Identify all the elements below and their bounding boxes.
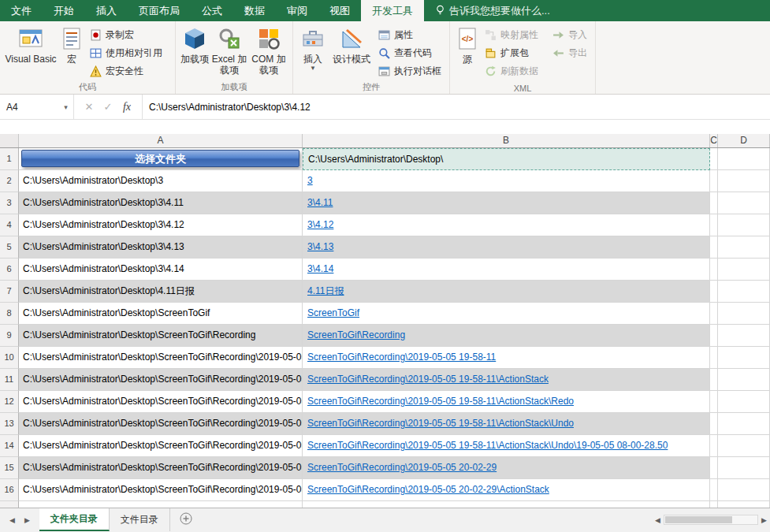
- column-header-d[interactable]: D: [718, 134, 770, 147]
- hyperlink[interactable]: 3\4.11: [307, 197, 333, 208]
- formula-input[interactable]: C:\Users\Administrator\Desktop\3\4.12: [143, 95, 770, 119]
- row-header[interactable]: 14: [0, 435, 19, 457]
- cell-b[interactable]: ScreenToGif\Recording\2019-05-05 19-58-1…: [303, 369, 710, 391]
- excel-addins-button[interactable]: Excel 加载项: [210, 24, 249, 80]
- cell-c[interactable]: [710, 148, 718, 170]
- addins-button[interactable]: 加载项: [180, 24, 210, 80]
- cell-a-active[interactable]: C:\Users\Administrator\Desktop\3\4.12: [19, 214, 303, 236]
- cell-a[interactable]: C:\Users\Administrator\Desktop\3\4.14: [19, 259, 303, 281]
- horizontal-scrollbar[interactable]: ◀ ▶: [652, 508, 770, 531]
- cell-c[interactable]: [710, 214, 718, 236]
- cell-d[interactable]: [718, 413, 770, 435]
- insert-control-button[interactable]: 插入 ▼: [297, 24, 329, 80]
- cell-d[interactable]: [718, 457, 770, 479]
- cell-c[interactable]: [710, 236, 718, 259]
- row-header[interactable]: 16: [0, 479, 19, 501]
- scrollbar-track[interactable]: [664, 515, 758, 525]
- row-header[interactable]: 10: [0, 347, 19, 369]
- cell-a[interactable]: C:\Users\Administrator\Desktop\ScreenToG…: [19, 391, 303, 413]
- cell-d[interactable]: [718, 214, 770, 236]
- column-header-b[interactable]: B: [303, 134, 710, 147]
- properties-button[interactable]: 属性: [374, 26, 445, 44]
- cell-a[interactable]: C:\Users\Administrator\Desktop\ScreenToG…: [19, 347, 303, 369]
- macro-security-button[interactable]: 宏安全性: [86, 62, 171, 80]
- macros-button[interactable]: 宏: [58, 24, 86, 80]
- hyperlink[interactable]: 3: [307, 175, 313, 186]
- tell-me-box[interactable]: 告诉我您想要做什么...: [424, 0, 561, 21]
- sheet-nav-left-icon[interactable]: ◀: [9, 516, 15, 524]
- hyperlink[interactable]: ScreenToGif: [307, 307, 359, 318]
- cell-b[interactable]: ScreenToGif\Recording\2019-05-05 19-58-1…: [303, 391, 710, 413]
- cell-c[interactable]: [710, 479, 718, 501]
- tab-home[interactable]: 开始: [43, 0, 85, 21]
- name-box[interactable]: A4: [0, 95, 58, 119]
- cell-c[interactable]: [710, 457, 718, 479]
- cell-a[interactable]: C:\Users\Administrator\Desktop\3\4.11: [19, 192, 303, 214]
- row-header[interactable]: 8: [0, 303, 19, 325]
- cell-c[interactable]: [710, 170, 718, 192]
- cell-a[interactable]: C:\Users\Administrator\Desktop\ScreenToG…: [19, 435, 303, 457]
- xml-source-button[interactable]: </> 源: [454, 24, 481, 80]
- cell-c[interactable]: [710, 369, 718, 391]
- scroll-left-icon[interactable]: ◀: [655, 516, 660, 524]
- row-header[interactable]: 3: [0, 192, 19, 214]
- cell-d[interactable]: [718, 281, 770, 303]
- cell-c[interactable]: [710, 501, 718, 508]
- cell-d[interactable]: [718, 347, 770, 369]
- hyperlink[interactable]: ScreenToGif\Recording\2019-05-05 19-58-1…: [307, 440, 668, 451]
- cell-b[interactable]: ScreenToGif\Recording\2019-05-05 20-02-2…: [303, 457, 710, 479]
- cell-c[interactable]: [710, 303, 718, 325]
- tab-insert[interactable]: 插入: [85, 0, 128, 21]
- export-button[interactable]: 导出: [549, 44, 591, 62]
- new-sheet-button[interactable]: [170, 508, 202, 531]
- column-header-c[interactable]: C: [710, 134, 718, 147]
- cell-a[interactable]: C:\Users\Administrator\Desktop\ScreenToG…: [19, 413, 303, 435]
- hyperlink[interactable]: ScreenToGif\Recording\2019-05-05 19-58-1…: [307, 396, 574, 407]
- hyperlink[interactable]: ScreenToGif\Recording\2019-05-05 19-58-1…: [307, 374, 549, 385]
- hyperlink[interactable]: 3\4.14: [307, 263, 333, 274]
- cell-d[interactable]: [718, 369, 770, 391]
- cell-c[interactable]: [710, 347, 718, 369]
- cell-d[interactable]: [718, 192, 770, 214]
- tab-formulas[interactable]: 公式: [191, 0, 233, 21]
- cell-c[interactable]: [710, 281, 718, 303]
- cell-b1-selected[interactable]: C:\Users\Administrator\Desktop\: [303, 148, 710, 170]
- scrollbar-thumb[interactable]: [665, 516, 732, 523]
- cell-d[interactable]: [718, 303, 770, 325]
- refresh-data-button[interactable]: 刷新数据: [481, 62, 549, 80]
- cell-d[interactable]: [718, 391, 770, 413]
- cell-a[interactable]: C:\Users\Administrator\Desktop\ScreenToG…: [19, 303, 303, 325]
- cell-d[interactable]: [718, 170, 770, 192]
- hyperlink[interactable]: ScreenToGif\Recording\2019-05-05 20-02-2…: [307, 462, 497, 473]
- cell-b[interactable]: 3\4.11: [303, 192, 710, 214]
- cell-c[interactable]: [710, 259, 718, 281]
- sheet-tab-file-list[interactable]: 文件目录: [110, 508, 170, 531]
- row-header[interactable]: 15: [0, 457, 19, 479]
- cell-d[interactable]: [718, 479, 770, 501]
- cell-b[interactable]: 3\4.13: [303, 236, 710, 259]
- row-header[interactable]: 4: [0, 214, 19, 236]
- cell-a1[interactable]: 选择文件夹: [19, 148, 303, 170]
- cell-c[interactable]: [710, 413, 718, 435]
- row-header[interactable]: 13: [0, 413, 19, 435]
- cell-a[interactable]: C:\Users\Administrator\Desktop\4.11日报: [19, 281, 303, 303]
- tab-file[interactable]: 文件: [0, 0, 43, 21]
- cell-d[interactable]: [718, 325, 770, 347]
- cell-b[interactable]: 4.11日报: [303, 281, 710, 303]
- expansion-packs-button[interactable]: 扩展包: [481, 44, 549, 62]
- com-addins-button[interactable]: COM 加载项: [249, 24, 288, 80]
- cell-b[interactable]: ScreenToGif\Recording: [303, 325, 710, 347]
- sheet-tab-folder-list[interactable]: 文件夹目录: [39, 508, 110, 531]
- hyperlink[interactable]: 3\4.13: [307, 241, 333, 252]
- choose-folder-button[interactable]: 选择文件夹: [21, 150, 299, 167]
- cell-b-overflow[interactable]: ScreenToGif\Recording\2019-05-05 19-58-1…: [303, 435, 710, 457]
- name-box-dropdown-icon[interactable]: ▾: [58, 95, 74, 119]
- row-header[interactable]: 7: [0, 281, 19, 303]
- enter-button[interactable]: ✓: [99, 101, 117, 113]
- hyperlink[interactable]: 4.11日报: [307, 285, 344, 296]
- run-dialog-button[interactable]: 执行对话框: [374, 62, 445, 80]
- cell-b[interactable]: ScreenToGif: [303, 303, 710, 325]
- cell-d[interactable]: [718, 236, 770, 259]
- tab-page-layout[interactable]: 页面布局: [128, 0, 191, 21]
- hyperlink[interactable]: ScreenToGif\Recording\2019-05-05 19-58-1…: [307, 352, 496, 363]
